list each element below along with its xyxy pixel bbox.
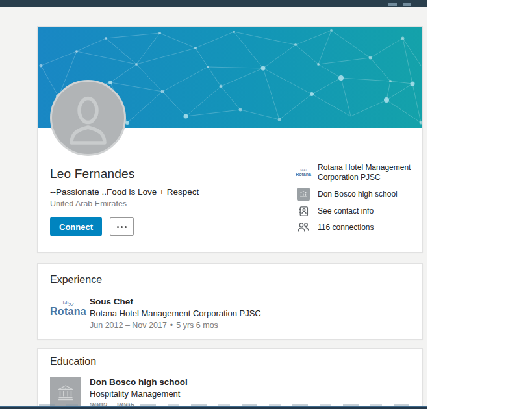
bank-building-icon [56,383,75,403]
profile-location: United Arab Emirates [50,199,127,208]
nav-text-fragment [403,3,411,6]
bottom-bar-cutoff [0,406,427,409]
school-icon [295,188,312,201]
profile-intro-card: Leo Fernandes --Passionate ..Food is Lov… [37,26,423,253]
more-options-button[interactable] [110,217,134,236]
highlight-label: See contact info [318,206,412,216]
experience-role: Sous Chef [90,297,261,306]
nav-text-fragment [388,3,397,6]
highlight-contact-info[interactable]: See contact info [295,203,412,219]
highlight-label: Don Bosco high school [318,190,412,199]
experience-section-title: Experience [50,274,102,286]
connect-button[interactable]: Connect [50,217,102,236]
linkedin-page: Leo Fernandes --Passionate ..Food is Lov… [0,0,427,409]
connections-icon [295,222,312,232]
education-degree: Hospitality Management [90,390,188,399]
profile-headline: --Passionate ..Food is Love + Respect [50,187,199,197]
highlight-education[interactable]: Don Bosco high school [295,186,412,202]
browser-viewport: Leo Fernandes --Passionate ..Food is Lov… [0,0,532,409]
contact-card-icon [295,206,312,217]
person-silhouette-icon [52,82,124,154]
highlight-current-company[interactable]: روتانا Rotana Rotana Hotel Management Co… [295,162,412,184]
profile-actions: Connect [50,217,134,236]
rotana-logo-icon: روتانا Rotana [295,169,312,177]
education-section-title: Education [50,356,96,367]
top-nav-bar-cutoff [0,0,427,7]
rotana-company-logo[interactable]: روتانا Rotana [48,301,88,317]
experience-dates: Jun 2012 – Nov 2017•5 yrs 6 mos [90,321,261,330]
education-section-card: Education Don Bosco high school Hospital… [37,348,423,409]
experience-section-card: Experience روتانا Rotana Sous Chef Rotan… [37,263,423,340]
highlight-label: Rotana Hotel Management Corporation PJSC [318,163,412,182]
profile-name: Leo Fernandes [50,167,134,181]
profile-avatar[interactable] [50,80,126,156]
footer-text-fragments [39,404,419,406]
experience-company: Rotana Hotel Management Corporation PJSC [90,309,261,318]
highlight-connections[interactable]: 116 connections [295,219,412,235]
experience-entry[interactable]: Sous Chef Rotana Hotel Management Corpor… [90,297,261,330]
highlight-label: 116 connections [318,223,412,232]
ellipsis-icon [117,226,119,228]
education-school: Don Bosco high school [90,378,188,387]
